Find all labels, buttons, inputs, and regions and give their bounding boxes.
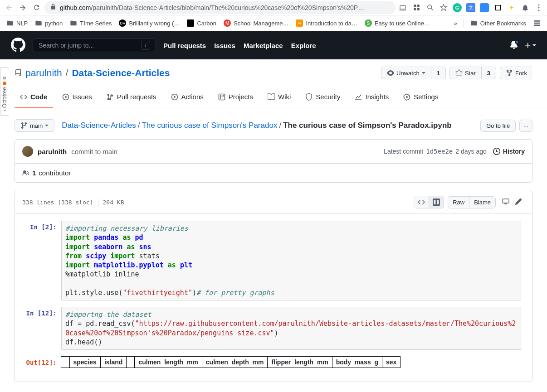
cell-prompt: In [2]: <box>26 221 61 231</box>
bookmark-link[interactable]: MSchool Manageme… <box>221 18 291 29</box>
nav-pull-requests[interactable]: Pull requests <box>163 42 206 49</box>
file-box: 338 lines (338 sloc) 204 KB Raw Blame In… <box>15 191 532 382</box>
edit-icon[interactable] <box>512 196 525 208</box>
bookmark-link[interactable]: ∞Introduction to da… <box>293 18 360 29</box>
zoom-ext-icon[interactable] <box>480 3 489 12</box>
lock-icon <box>50 4 56 11</box>
bookmark-link[interactable]: BVBrilliantly wrong (… <box>116 18 182 29</box>
menu-icon[interactable] <box>534 3 543 12</box>
address-bar[interactable]: github.com/parulnith/Data-Science-Articl… <box>44 1 396 14</box>
svg-rect-9 <box>534 20 540 22</box>
notifications-icon[interactable] <box>521 3 530 12</box>
file-more-button[interactable]: ··· <box>519 120 532 132</box>
star-count[interactable]: 3 <box>481 67 496 79</box>
ext-icon-2[interactable]: ✦ <box>507 3 516 12</box>
breadcrumb-link[interactable]: Data-Science-Articles <box>62 121 136 130</box>
watch-count[interactable]: 1 <box>431 67 446 79</box>
file-lines: 338 lines (338 sloc) <box>22 199 93 206</box>
cell-prompt: In [12]: <box>26 307 61 317</box>
tab-pr[interactable]: Pull requests <box>101 88 162 108</box>
svg-point-6 <box>538 4 540 5</box>
bookmark-link[interactable]: SEasy to use Online… <box>362 18 433 29</box>
source-view-button[interactable] <box>414 196 429 208</box>
tab-actions[interactable]: Actions <box>166 88 209 108</box>
repo-owner-link[interactable]: parulnith <box>25 68 62 78</box>
reload-button[interactable] <box>31 2 42 13</box>
octotree-sidebar-tab[interactable]: ›Octotree≡ <box>0 67 9 116</box>
branch-dropdown[interactable]: main <box>15 119 54 132</box>
browser-toolbar: github.com/parulnith/Data-Science-Articl… <box>0 0 547 15</box>
repo-name-link[interactable]: Data-Science-Articles <box>72 68 170 78</box>
commit-message[interactable]: commit to main <box>71 148 117 155</box>
unwatch-button[interactable]: Unwatch <box>381 67 431 79</box>
commit-time: 2 days ago <box>455 148 487 155</box>
reading-list-icon[interactable] <box>531 18 543 29</box>
bookmark-folder[interactable]: NLP <box>4 18 30 29</box>
desktop-icon[interactable] <box>499 196 512 208</box>
extension-icon-1[interactable] <box>412 3 421 12</box>
add-dropdown[interactable] <box>524 42 536 49</box>
tab-insights[interactable]: Insights <box>349 88 394 108</box>
github-header: Search or jump to.../ Pull requests Issu… <box>0 31 547 59</box>
other-bookmarks[interactable]: Other Bookmarks <box>468 18 529 29</box>
table-header: sex <box>382 357 400 368</box>
svg-point-4 <box>427 5 431 9</box>
rendered-view-button[interactable] <box>429 196 444 208</box>
fork-button[interactable]: Fork <box>500 67 532 79</box>
back-button[interactable] <box>4 2 15 13</box>
notifications-button[interactable] <box>510 41 518 50</box>
bookmark-link[interactable]: Carbon <box>184 18 219 29</box>
avatar[interactable] <box>22 146 33 157</box>
file-nav: main Data-Science-Articles/ The curious … <box>15 119 532 132</box>
nav-explore[interactable]: Explore <box>291 42 316 49</box>
grammarly-icon[interactable]: G <box>453 3 462 12</box>
go-to-file-button[interactable]: Go to file <box>480 120 516 132</box>
tab-settings[interactable]: Settings <box>398 88 444 108</box>
cell-input: #importing necessary libraries import pa… <box>61 221 521 300</box>
svg-rect-3 <box>417 8 419 10</box>
table-header <box>61 357 69 368</box>
repo-icon <box>15 69 22 77</box>
blame-button[interactable]: Blame <box>469 197 495 208</box>
star-button[interactable]: Star <box>449 67 481 79</box>
translate-icon[interactable]: 文 <box>466 3 475 12</box>
tab-issues[interactable]: Issues <box>57 88 98 108</box>
history-link[interactable]: History <box>503 148 525 155</box>
nav-issues[interactable]: Issues <box>214 42 235 49</box>
svg-rect-11 <box>534 24 540 26</box>
contrib-label: contributor <box>39 169 71 177</box>
table-header: body_mass_g <box>332 357 382 368</box>
svg-rect-10 <box>534 23 540 24</box>
bookmark-folder[interactable]: python <box>32 18 65 29</box>
forward-button[interactable] <box>17 2 28 13</box>
repository-header: parulnith / Data-Science-Articles Unwatc… <box>0 59 547 79</box>
zoom-icon[interactable] <box>425 3 435 12</box>
toolbar-icons: G 文 ✦ <box>398 3 543 12</box>
tab-wiki[interactable]: Wiki <box>262 88 296 108</box>
tab-security[interactable]: Security <box>300 88 346 108</box>
table-header: species <box>69 357 100 368</box>
commit-author[interactable]: parulnith <box>38 148 67 155</box>
primary-nav: Pull requests Issues Marketplace Explore <box>163 42 316 49</box>
breadcrumb-link[interactable]: The curious case of Simpson's Paradox <box>142 121 277 130</box>
ext-icon[interactable] <box>493 3 503 12</box>
tab-projects[interactable]: Projects <box>213 88 259 108</box>
svg-rect-1 <box>417 5 419 7</box>
svg-rect-0 <box>414 5 416 7</box>
tab-code[interactable]: Code <box>15 88 53 108</box>
latest-commit-label: Latest commit <box>384 148 423 155</box>
bookmark-folder[interactable]: TIme Series <box>67 18 114 29</box>
bookmarks-overflow[interactable]: » <box>451 18 460 29</box>
nav-marketplace[interactable]: Marketplace <box>244 42 283 49</box>
devices-icon[interactable] <box>398 3 407 12</box>
commit-sha[interactable]: 1d5ee2e <box>426 148 453 155</box>
svg-point-7 <box>538 7 540 8</box>
history-icon[interactable] <box>493 148 500 155</box>
breadcrumb-current: The curious case of Simpson's Paradox.ip… <box>283 121 452 130</box>
star-icon[interactable] <box>439 3 448 12</box>
svg-rect-2 <box>414 8 416 10</box>
search-input[interactable]: Search or jump to.../ <box>33 39 156 52</box>
svg-point-16 <box>406 96 408 98</box>
github-logo[interactable] <box>11 38 25 53</box>
raw-button[interactable]: Raw <box>448 197 469 208</box>
